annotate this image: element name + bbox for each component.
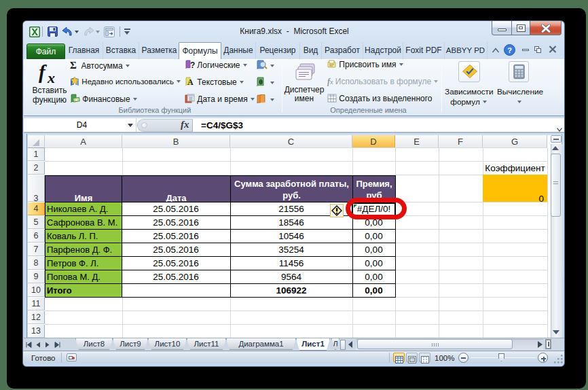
svg-text:A: A — [187, 77, 194, 86]
svg-text:?: ? — [190, 60, 195, 69]
svg-text:?: ? — [507, 46, 512, 54]
svg-text:f: f — [39, 62, 48, 83]
svg-text:θ: θ — [259, 78, 262, 86]
svg-text:x: x — [47, 69, 55, 85]
